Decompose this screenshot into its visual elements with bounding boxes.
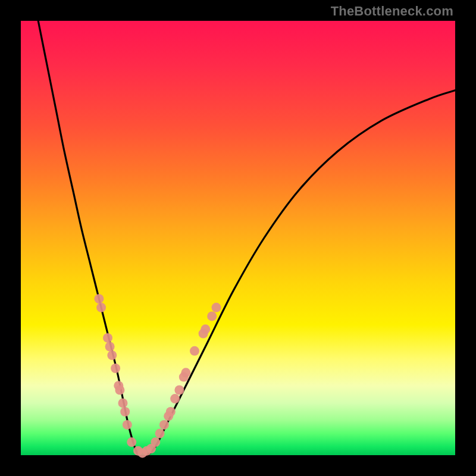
cluster-points — [94, 294, 221, 458]
cluster-point — [103, 333, 112, 343]
cluster-point — [111, 364, 120, 373]
cluster-point — [151, 437, 160, 447]
cluster-point — [120, 407, 130, 416]
cluster-point — [170, 394, 180, 403]
curve-svg — [21, 21, 455, 455]
cluster-point — [181, 368, 190, 377]
cluster-point — [115, 386, 124, 395]
cluster-point — [174, 386, 184, 395]
cluster-point — [190, 346, 199, 356]
cluster-point — [123, 420, 132, 430]
cluster-point — [159, 420, 169, 430]
chart-frame: TheBottleneck.com — [0, 0, 476, 476]
cluster-point — [212, 303, 221, 312]
cluster-point — [127, 437, 136, 447]
cluster-point — [166, 407, 176, 416]
cluster-point — [107, 350, 117, 360]
cluster-point — [201, 324, 210, 334]
cluster-point — [105, 342, 115, 352]
watermark-label: TheBottleneck.com — [331, 4, 453, 19]
cluster-point — [96, 303, 106, 312]
bottleneck-curve — [38, 21, 455, 458]
cluster-point — [155, 429, 165, 439]
cluster-point — [207, 311, 217, 321]
cluster-point — [94, 294, 104, 303]
plot-area — [21, 21, 455, 455]
cluster-point — [118, 398, 128, 408]
